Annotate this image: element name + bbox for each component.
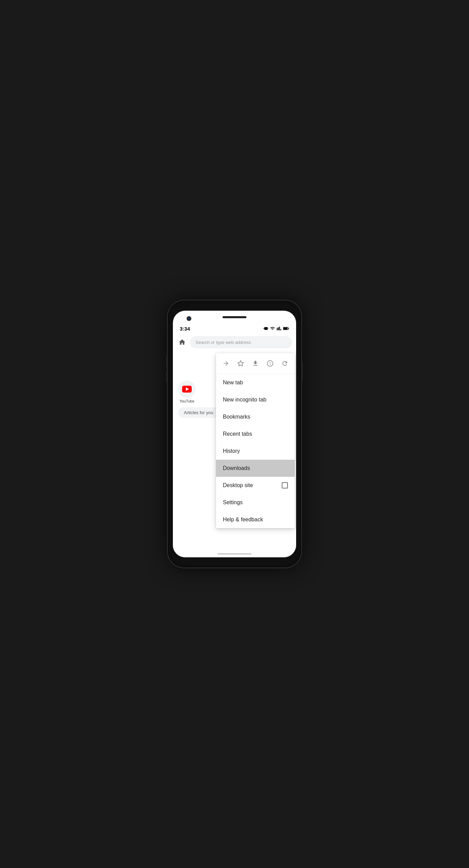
search-bar[interactable]: Search or type web address <box>190 336 292 348</box>
menu-item-new-incognito-tab[interactable]: New incognito tab <box>216 391 295 408</box>
status-time: 3:34 <box>180 326 190 332</box>
wifi-icon <box>270 326 275 331</box>
youtube-play-icon <box>182 386 192 393</box>
dropdown-menu: New tab New incognito tab Bookmarks Rece… <box>216 353 295 528</box>
info-button[interactable] <box>265 358 276 369</box>
shortcut-youtube[interactable]: YouTube <box>178 381 195 403</box>
info-icon <box>267 360 274 367</box>
menu-item-downloads[interactable]: Downloads <box>216 460 295 477</box>
home-icon <box>178 338 186 346</box>
menu-item-label: Settings <box>223 499 243 506</box>
menu-item-desktop-site[interactable]: Desktop site <box>216 477 295 494</box>
youtube-label: YouTube <box>179 399 194 403</box>
bookmark-button[interactable] <box>235 358 246 369</box>
menu-item-label: Bookmarks <box>223 414 250 420</box>
forward-button[interactable] <box>220 358 231 369</box>
menu-item-recent-tabs[interactable]: Recent tabs <box>216 425 295 443</box>
volume-down-button[interactable] <box>166 371 168 383</box>
status-icons <box>264 326 289 331</box>
battery-icon <box>283 326 289 331</box>
home-button[interactable] <box>177 337 187 347</box>
menu-item-history[interactable]: History <box>216 443 295 460</box>
phone-frame: 3:34 Search or type web address <box>168 300 301 568</box>
forward-icon <box>223 360 229 367</box>
youtube-icon-container <box>178 381 195 398</box>
menu-item-label: New tab <box>223 380 243 386</box>
vibrate-icon <box>264 326 268 331</box>
menu-item-bookmarks[interactable]: Bookmarks <box>216 408 295 425</box>
svg-marker-5 <box>238 361 244 366</box>
status-bar: 3:34 <box>173 324 296 333</box>
refresh-icon <box>281 360 288 367</box>
browser-content: Search or type web address <box>173 333 296 557</box>
front-camera <box>187 316 191 321</box>
desktop-site-checkbox[interactable] <box>282 482 288 488</box>
signal-icon <box>277 326 281 331</box>
menu-item-label: Downloads <box>223 465 250 471</box>
search-placeholder: Search or type web address <box>195 340 251 345</box>
address-bar-row: Search or type web address <box>173 333 296 351</box>
bookmark-icon <box>237 360 244 367</box>
menu-item-label: Help & feedback <box>223 517 263 523</box>
earpiece-speaker <box>223 316 246 318</box>
menu-item-label: New incognito tab <box>223 397 266 403</box>
menu-item-label: History <box>223 448 240 454</box>
volume-up-button[interactable] <box>166 355 168 367</box>
home-bar <box>217 553 252 555</box>
download-button[interactable] <box>250 358 261 369</box>
svg-rect-1 <box>288 328 289 329</box>
menu-item-new-tab[interactable]: New tab <box>216 374 295 391</box>
power-button[interactable] <box>301 362 303 381</box>
phone-screen: 3:34 Search or type web address <box>173 311 296 557</box>
menu-item-settings[interactable]: Settings <box>216 494 295 511</box>
menu-item-label: Recent tabs <box>223 431 252 437</box>
download-icon <box>252 360 259 367</box>
svg-rect-2 <box>283 327 288 330</box>
articles-label: Articles for you <box>184 410 213 415</box>
refresh-button[interactable] <box>279 358 290 369</box>
menu-item-label: Desktop site <box>223 482 253 488</box>
menu-item-help-feedback[interactable]: Help & feedback <box>216 511 295 528</box>
dropdown-toolbar <box>216 353 295 374</box>
